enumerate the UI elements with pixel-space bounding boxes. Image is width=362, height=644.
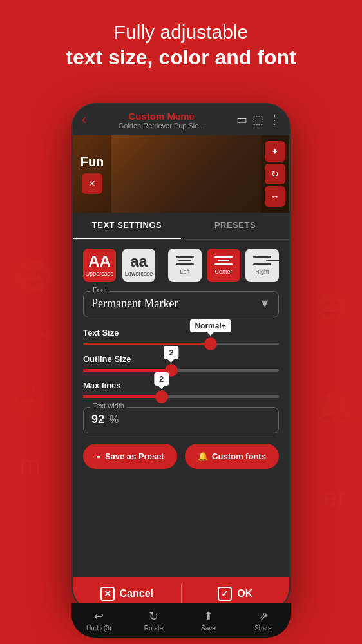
save-icon: ⬆: [204, 609, 213, 623]
move-icon-btn[interactable]: ✦: [265, 141, 285, 162]
outline-size-slider-row: Outline Size 2: [83, 354, 279, 372]
toolbar-undo[interactable]: ↩ Undo (0): [71, 609, 126, 632]
lowercase-button[interactable]: aa Lowercase: [122, 249, 155, 282]
align-line: [176, 263, 194, 265]
save-preset-label: Save as Preset: [105, 451, 164, 461]
tab-presets[interactable]: PRESETS: [181, 213, 289, 239]
text-size-tooltip: Normal+: [189, 319, 231, 332]
font-name: Permanent Marker: [91, 297, 178, 310]
align-line-s: [218, 260, 229, 261]
align-line-r1: [253, 256, 271, 258]
share-icon: ⇗: [258, 609, 268, 623]
canvas-close-btn[interactable]: ✕: [82, 173, 102, 194]
text-size-track: Normal+: [83, 343, 279, 345]
text-width-section: Text width 92 %: [83, 407, 279, 433]
cancel-icon: ✕: [100, 587, 115, 601]
text-size-slider-row: Text Size Normal+: [83, 328, 279, 345]
phone-frame: ‹ Custom Meme Golden Retriever Pup Sle..…: [71, 103, 291, 612]
max-lines-fill: [83, 395, 162, 398]
outline-size-fill: [83, 369, 171, 372]
uppercase-letter: AA: [88, 254, 111, 269]
canvas-fun-text: Fun: [81, 155, 104, 169]
bottom-panel: TEXT SETTINGS PRESETS AA Uppercase aa Lo…: [73, 213, 289, 611]
ok-icon: ✓: [218, 587, 232, 601]
uppercase-button[interactable]: AA Uppercase: [83, 249, 116, 282]
lowercase-letter: aa: [130, 254, 148, 269]
custom-fonts-icon: 🔔: [198, 451, 208, 461]
align-line-r3: [253, 263, 271, 265]
flip-icon-btn[interactable]: ↔: [265, 186, 285, 207]
text-size-thumb[interactable]: Normal+: [204, 337, 217, 350]
outline-size-label: Outline Size: [83, 354, 279, 364]
canvas-area: Fun ✕ ✦ ↻ ↔: [73, 135, 289, 213]
align-buttons: Left Center Right: [168, 249, 279, 282]
canvas-left-toolbar: Fun ✕: [73, 135, 111, 213]
text-width-label: Text width: [90, 402, 127, 410]
header-line2: text size, color and font: [0, 44, 362, 71]
canvas-right-toolbar: ✦ ↻ ↔: [261, 135, 289, 213]
toolbar-rotate[interactable]: ↻ Rotate: [126, 609, 181, 632]
align-center-button[interactable]: Center: [207, 249, 240, 282]
font-section: Font Permanent Marker ▼: [83, 291, 279, 317]
back-button[interactable]: ‹: [82, 111, 86, 128]
text-size-label: Text Size: [83, 328, 279, 337]
save-label: Save: [201, 625, 216, 632]
outline-size-value: 2: [164, 346, 178, 359]
rotate-label: Rotate: [144, 625, 163, 632]
font-selector[interactable]: Permanent Marker ▼: [91, 297, 271, 310]
font-dropdown-arrow: ▼: [259, 297, 271, 310]
max-lines-track: 2: [83, 395, 279, 398]
more-icon[interactable]: ⋮: [269, 113, 280, 127]
tab-text-settings[interactable]: TEXT SETTINGS: [73, 213, 181, 239]
align-line-w2: [214, 263, 233, 265]
action-buttons: ≡ Save as Preset 🔔 Custom fonts: [83, 444, 279, 469]
top-icons: ▭ ⬚ ⋮: [236, 113, 280, 127]
align-right-button[interactable]: Right: [245, 249, 279, 282]
text-width-input-row: 92 %: [91, 413, 271, 426]
header-line1: Fully adjustable: [0, 19, 362, 44]
uppercase-label: Uppercase: [86, 270, 114, 277]
phone-subtitle: Golden Retriever Pup Sle...: [93, 122, 230, 129]
align-center-label: Center: [214, 269, 232, 275]
align-line: [176, 256, 194, 258]
max-lines-slider-row: Max lines 2: [83, 381, 279, 398]
share-label: Share: [254, 625, 272, 632]
custom-fonts-button[interactable]: 🔔 Custom fonts: [185, 444, 279, 469]
max-lines-value: 2: [154, 372, 169, 386]
phone-main-title: Custom Meme: [93, 111, 230, 122]
crop-icon[interactable]: ⬚: [252, 113, 263, 127]
align-left-button[interactable]: Left: [168, 249, 202, 282]
ok-label: OK: [237, 588, 252, 600]
lowercase-label: Lowercase: [125, 270, 153, 277]
phone-top-bar: ‹ Custom Meme Golden Retriever Pup Sle..…: [73, 104, 289, 135]
undo-icon: ↩: [94, 609, 104, 623]
cancel-label: Cancel: [120, 588, 153, 600]
rotate-icon: ↻: [149, 609, 158, 623]
max-lines-label: Max lines: [83, 381, 279, 390]
refresh-icon-btn[interactable]: ↻: [265, 164, 285, 184]
outline-size-track: 2: [83, 369, 279, 372]
bottom-toolbar: ↩ Undo (0) ↻ Rotate ⬆ Save ⇗ Share: [71, 603, 291, 638]
text-size-fill: [83, 343, 211, 345]
phone-title-section: Custom Meme Golden Retriever Pup Sle...: [93, 111, 230, 129]
undo-label: Undo (0): [86, 625, 111, 632]
align-right-label: Right: [255, 269, 269, 275]
align-line-w: [214, 256, 233, 258]
text-width-unit: %: [110, 414, 119, 426]
format-row: AA Uppercase aa Lowercase Left: [83, 249, 279, 282]
custom-fonts-label: Custom fonts: [212, 451, 266, 461]
align-line: [178, 260, 191, 261]
content-area: AA Uppercase aa Lowercase Left: [73, 240, 289, 484]
frame-icon[interactable]: ▭: [236, 113, 247, 127]
toolbar-share[interactable]: ⇗ Share: [236, 609, 291, 632]
header-section: Fully adjustable text size, color and fo…: [0, 19, 362, 71]
save-preset-icon: ≡: [96, 451, 101, 461]
toolbar-save[interactable]: ⬆ Save: [181, 609, 236, 632]
align-line-r2: [266, 260, 279, 261]
text-width-value[interactable]: 92: [91, 413, 104, 426]
save-preset-button[interactable]: ≡ Save as Preset: [83, 444, 177, 469]
align-left-label: Left: [180, 269, 189, 275]
max-lines-thumb[interactable]: 2: [155, 390, 168, 403]
font-label: Font: [90, 286, 110, 294]
tab-bar: TEXT SETTINGS PRESETS: [73, 213, 289, 240]
